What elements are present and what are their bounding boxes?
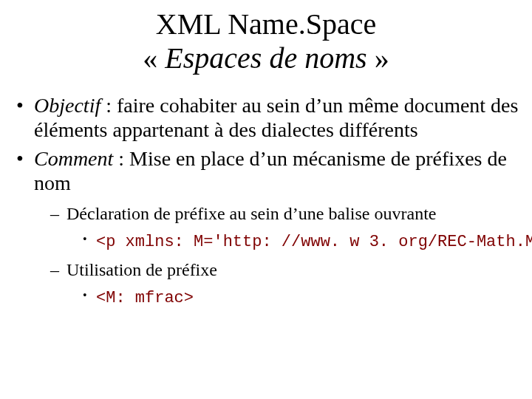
bullet-lead: Comment — [34, 147, 113, 170]
slide-title: XML Name.Space « Espaces de noms » — [9, 7, 523, 75]
title-quote-close: » — [367, 41, 389, 75]
code-list: <M: mfrac> — [66, 287, 519, 309]
slide: XML Name.Space « Espaces de noms » Objec… — [0, 0, 532, 399]
code-list: <p xmlns: M='http: //www. w 3. org/REC-M… — [66, 231, 519, 253]
sub-utilisation: Utilisation de préfixe <M: mfrac> — [50, 259, 519, 309]
bullet-text: : faire cohabiter au sein d’un même docu… — [34, 94, 518, 141]
code-item: <M: mfrac> — [83, 287, 519, 309]
code-snippet: <M: mfrac> — [96, 289, 194, 307]
title-line2: « Espaces de noms » — [9, 41, 523, 75]
bullet-comment: Comment : Mise en place d’un mécanisme d… — [16, 146, 519, 308]
title-line1: XML Name.Space — [156, 7, 376, 41]
sub-list: Déclaration de préfixe au sein d’une bal… — [34, 202, 519, 308]
sub-declaration: Déclaration de préfixe au sein d’une bal… — [50, 202, 519, 253]
bullet-lead: Objectif — [34, 94, 100, 117]
title-italic: Espaces de noms — [165, 41, 366, 75]
code-item: <p xmlns: M='http: //www. w 3. org/REC-M… — [83, 231, 519, 253]
bullet-list: Objectif : faire cohabiter au sein d’un … — [9, 93, 523, 308]
sub-text: Utilisation de préfixe — [66, 260, 217, 279]
title-quote-open: « — [143, 41, 165, 75]
sub-text: Déclaration de préfixe au sein d’une bal… — [66, 204, 436, 223]
bullet-objectif: Objectif : faire cohabiter au sein d’un … — [16, 93, 519, 142]
code-snippet: <p xmlns: M='http: //www. w 3. org/REC-M… — [96, 233, 532, 251]
